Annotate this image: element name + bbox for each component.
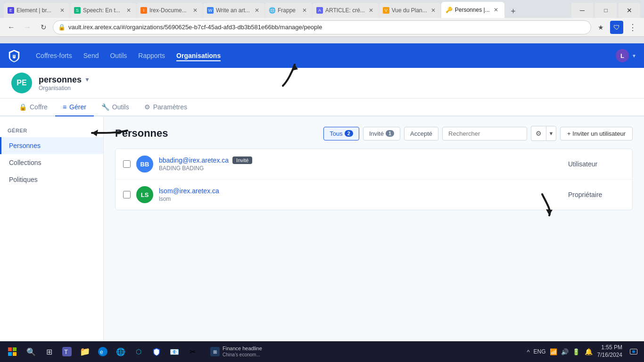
tab-element[interactable]: E Element | br... ✕ (4, 3, 70, 18)
tab-vue[interactable]: V Vue du Plan... ✕ (379, 3, 441, 18)
forward-button[interactable]: → (21, 21, 34, 34)
tous-badge: 2 (345, 130, 353, 137)
tab-parametres[interactable]: ⚙ Paramètres (137, 99, 195, 116)
user-menu[interactable]: L ▼ (616, 49, 636, 62)
tab-write-close[interactable]: ✕ (253, 7, 261, 14)
table-row: LS lsom@irex.aretex.ca lsom Propriétaire (116, 180, 632, 210)
filter-tous-button[interactable]: Tous 2 (323, 127, 359, 140)
news-widget[interactable]: ⊞ Finance headline China's econom... (206, 344, 266, 359)
user-email-2[interactable]: lsom@irex.aretex.ca (159, 187, 219, 195)
mail-taskbar-icon[interactable]: 📧 (167, 344, 182, 359)
user-name-1: BADING BADING (159, 165, 562, 172)
reload-button[interactable]: ↻ (37, 21, 50, 34)
chrome-taskbar-icon[interactable]: 🌐 (113, 344, 128, 359)
wifi-icon: 📶 (550, 348, 557, 355)
tab-personnes[interactable]: 🔑 Personnes |... ✕ (441, 2, 504, 18)
minimize-button[interactable]: ─ (571, 3, 593, 18)
tab-article[interactable]: A ARTICLE: cré... ✕ (313, 3, 379, 18)
new-tab-button[interactable]: + (507, 5, 520, 18)
svg-text:T: T (64, 348, 68, 355)
lang-indicator: ENG (534, 348, 546, 355)
tab-speech-favicon: S (74, 7, 81, 14)
notification-bell[interactable]: 🔔 (585, 348, 593, 355)
edge-taskbar-icon[interactable]: e (95, 344, 110, 359)
nav-rapports[interactable]: Rapports (138, 50, 165, 61)
bitwarden-taskbar-icon[interactable] (149, 344, 164, 359)
start-button[interactable] (4, 343, 21, 360)
taskbar: 🔍 ⊞ T 📁 e 🌐 ⬡ 📧 ✂ ⊞ Finance headline Chi… (0, 341, 644, 362)
tab-outils[interactable]: 🔧 Outils (94, 99, 137, 116)
svg-rect-0 (8, 347, 12, 351)
tab-irex[interactable]: I Irex-Docume... ✕ (137, 3, 203, 18)
content-area: Personnes Tous 2 Invité 1 Accepté (104, 116, 644, 344)
news-icon: ⊞ (210, 347, 220, 356)
user-email-1[interactable]: bbading@irex.aretex.ca (159, 156, 229, 164)
sidebar-item-politiques[interactable]: Politiques (0, 171, 103, 188)
nav-organisations[interactable]: Organisations (176, 50, 221, 61)
clock[interactable]: 1:55 PM 7/16/2024 (597, 344, 622, 359)
tab-vue-favicon: V (383, 7, 389, 14)
maximize-button[interactable]: □ (595, 3, 617, 18)
row-checkbox-1[interactable] (123, 160, 131, 168)
user-menu-chevron: ▼ (632, 53, 636, 58)
svg-rect-1 (13, 347, 17, 351)
tab-write-favicon: W (207, 7, 214, 14)
user-info-2: lsom@irex.aretex.ca lsom (159, 187, 562, 202)
settings-button[interactable]: ⚙ (531, 126, 546, 141)
user-avatar: L (616, 49, 629, 62)
file-explorer-taskbar-icon[interactable]: 📁 (77, 344, 92, 359)
tab-irex-favicon: I (140, 7, 147, 14)
teams-taskbar-icon[interactable]: T (59, 344, 74, 359)
notifications-button[interactable] (627, 345, 640, 358)
tab-coffre[interactable]: 🔒 Coffre (11, 99, 55, 116)
org-name[interactable]: personnes ▼ (39, 75, 90, 85)
tab-speech[interactable]: S Speech: En t... ✕ (70, 3, 136, 18)
system-tray[interactable]: ^ ENG 📶 🔊 🔋 (527, 348, 579, 355)
invite-badge: 1 (386, 130, 394, 137)
app-nav: Coffres-forts Send Outils Rapports Organ… (36, 50, 601, 61)
outils-icon: 🔧 (101, 103, 109, 111)
bookmark-icon[interactable]: ★ (594, 21, 607, 34)
task-view-button[interactable]: ⊞ (41, 344, 57, 359)
tab-personnes-close[interactable]: ✕ (492, 6, 500, 14)
tab-speech-close[interactable]: ✕ (125, 7, 132, 14)
browser-menu-button[interactable]: ⋮ (626, 21, 639, 34)
sidebar-item-collections[interactable]: Collections (0, 154, 103, 171)
tab-vue-close[interactable]: ✕ (429, 7, 437, 14)
user-role-2: Propriétaire (568, 191, 625, 198)
search-taskbar-button[interactable]: 🔍 (24, 344, 39, 359)
back-button[interactable]: ← (5, 21, 18, 34)
close-button[interactable]: ✕ (619, 3, 640, 18)
nav-coffres-forts[interactable]: Coffres-forts (36, 50, 72, 61)
tab-article-close[interactable]: ✕ (367, 7, 375, 14)
tab-frappe-close[interactable]: ✕ (301, 7, 308, 14)
address-bar[interactable]: 🔒 vault.irex.aretex.ca/#/organizations/5… (53, 20, 591, 34)
filter-accepte-button[interactable]: Accepté (404, 127, 438, 140)
search-input[interactable] (442, 127, 527, 140)
windows-logo-icon (8, 347, 17, 356)
date-display: 7/16/2024 (597, 352, 622, 359)
svg-text:e: e (100, 349, 103, 355)
tab-article-favicon: A (316, 7, 323, 14)
tab-element-close[interactable]: ✕ (58, 7, 66, 14)
nav-send[interactable]: Send (83, 50, 99, 61)
tab-speech-label: Speech: En t... (83, 7, 123, 14)
camera-taskbar-icon[interactable]: ✂ (185, 344, 200, 359)
tab-write[interactable]: W Write an art... ✕ (203, 3, 264, 18)
settings-chevron-button[interactable]: ▼ (546, 126, 556, 141)
tab-irex-close[interactable]: ✕ (191, 7, 199, 14)
filter-invite-button[interactable]: Invité 1 (363, 127, 400, 140)
tab-personnes-label: Personnes |... (455, 7, 490, 13)
tab-element-favicon: E (8, 7, 14, 14)
page-tabs: 🔒 Coffre ≡ Gérer 🔧 Outils ⚙ Paramètres (0, 99, 644, 116)
nav-outils[interactable]: Outils (110, 50, 127, 61)
sidebar-section-title: GÉRER (0, 124, 103, 137)
tab-frappe-favicon: 🌐 (269, 7, 275, 14)
app7-taskbar-icon[interactable]: ⬡ (131, 344, 146, 359)
sidebar-item-personnes[interactable]: Personnes (0, 137, 103, 154)
tab-frappe[interactable]: 🌐 Frappe ✕ (265, 3, 312, 18)
bitwarden-ext-icon[interactable]: 🛡 (610, 21, 623, 34)
tab-gerer[interactable]: ≡ Gérer (55, 99, 94, 116)
row-checkbox-2[interactable] (123, 191, 131, 198)
invite-user-button[interactable]: + Inviter un utilisateur (560, 127, 633, 140)
